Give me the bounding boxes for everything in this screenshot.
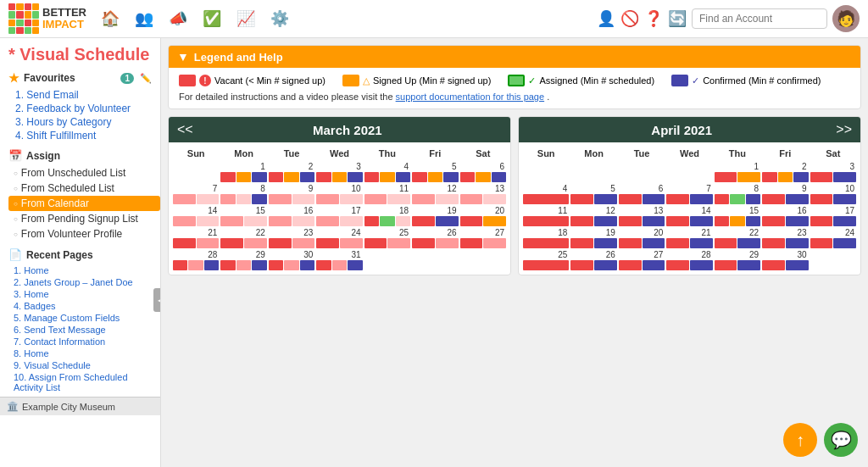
- list-item[interactable]: 2. Janets Group – Janet Doe: [8, 276, 160, 288]
- assign-item-volunteer-profile[interactable]: ○ From Volunteer Profile: [8, 226, 160, 242]
- table-row[interactable]: 29: [714, 249, 761, 271]
- table-row[interactable]: 12: [411, 183, 459, 205]
- table-row[interactable]: 25: [364, 227, 411, 249]
- table-row[interactable]: 16: [761, 205, 809, 227]
- table-row[interactable]: 6: [459, 161, 507, 183]
- table-row[interactable]: 7: [172, 183, 220, 205]
- table-row[interactable]: 18: [364, 205, 411, 227]
- table-row[interactable]: 8: [714, 183, 761, 205]
- table-row[interactable]: 17: [810, 205, 857, 227]
- list-item[interactable]: 10. Assign From Scheduled Activity List: [8, 371, 160, 393]
- list-item[interactable]: 7. Contact Information: [8, 336, 160, 347]
- table-row[interactable]: 15: [714, 205, 761, 227]
- table-row[interactable]: 21: [665, 227, 713, 249]
- table-row[interactable]: 26: [570, 249, 617, 271]
- home-nav-icon[interactable]: 🏠: [97, 5, 124, 32]
- assign-item-pending[interactable]: ○ From Pending Signup List: [8, 211, 160, 226]
- table-row[interactable]: 17: [315, 205, 363, 227]
- table-row[interactable]: 27: [618, 249, 665, 271]
- table-row[interactable]: 11: [364, 183, 411, 205]
- table-row[interactable]: 5: [570, 183, 617, 205]
- chat-button[interactable]: 💬: [824, 423, 858, 457]
- list-item[interactable]: 6. Send Text Message: [8, 324, 160, 336]
- weekday-header: Sun: [522, 146, 570, 161]
- table-row[interactable]: 28: [665, 249, 713, 271]
- people-nav-icon[interactable]: 👥: [131, 5, 158, 32]
- block-icon[interactable]: 🚫: [620, 9, 639, 28]
- table-row[interactable]: 18: [522, 227, 570, 249]
- table-row[interactable]: 20: [459, 205, 507, 227]
- table-row[interactable]: 24: [315, 227, 363, 249]
- table-row[interactable]: 23: [761, 227, 809, 249]
- table-row[interactable]: 27: [459, 227, 507, 249]
- table-row[interactable]: 26: [411, 227, 459, 249]
- edit-icon[interactable]: ✏️: [140, 73, 152, 84]
- list-item[interactable]: 1. Home: [8, 264, 160, 276]
- table-row[interactable]: 3: [810, 161, 857, 183]
- list-item[interactable]: 1. Send Email: [15, 88, 160, 102]
- table-row[interactable]: 14: [172, 205, 220, 227]
- sidebar-collapse-button[interactable]: ◀: [153, 288, 161, 312]
- table-row[interactable]: 3: [315, 161, 363, 183]
- table-row[interactable]: 9: [761, 183, 809, 205]
- table-row[interactable]: 10: [810, 183, 857, 205]
- assign-item-scheduled[interactable]: ○ From Scheduled List: [8, 181, 160, 196]
- legend-link[interactable]: support documentation for this page: [396, 92, 545, 102]
- table-row[interactable]: 28: [172, 249, 220, 271]
- assign-item-calendar[interactable]: ○ From Calendar: [8, 196, 160, 211]
- table-row[interactable]: 10: [315, 183, 363, 205]
- table-row[interactable]: 4: [522, 183, 570, 205]
- table-row[interactable]: 16: [268, 205, 315, 227]
- table-row[interactable]: 22: [714, 227, 761, 249]
- table-row[interactable]: 13: [459, 183, 507, 205]
- table-row[interactable]: 20: [618, 227, 665, 249]
- table-row[interactable]: 4: [364, 161, 411, 183]
- table-row[interactable]: 24: [810, 227, 857, 249]
- table-row[interactable]: 1: [714, 161, 761, 183]
- list-item[interactable]: 8. Home: [8, 347, 160, 359]
- table-row[interactable]: 23: [268, 227, 315, 249]
- table-row[interactable]: 30: [268, 249, 315, 271]
- table-row[interactable]: 11: [522, 205, 570, 227]
- table-row[interactable]: 8: [220, 183, 267, 205]
- table-row[interactable]: 5: [411, 161, 459, 183]
- cal-next-1[interactable]: >>: [836, 122, 852, 137]
- table-row[interactable]: 6: [618, 183, 665, 205]
- table-row[interactable]: 29: [220, 249, 267, 271]
- table-row[interactable]: 22: [220, 227, 267, 249]
- table-row[interactable]: 2: [761, 161, 809, 183]
- list-item[interactable]: 9. Visual Schedule: [8, 359, 160, 371]
- table-row[interactable]: 13: [618, 205, 665, 227]
- account-icon[interactable]: 👤: [597, 9, 615, 28]
- list-item[interactable]: 5. Manage Custom Fields: [8, 312, 160, 324]
- table-row[interactable]: 30: [761, 249, 809, 271]
- megaphone-nav-icon[interactable]: 📣: [164, 5, 192, 32]
- table-row[interactable]: 21: [172, 227, 220, 249]
- list-item[interactable]: 2. Feedback by Volunteer: [15, 102, 160, 115]
- chart-nav-icon[interactable]: 📈: [232, 5, 259, 32]
- legend-toggle[interactable]: ▼: [177, 50, 189, 64]
- assign-item-unscheduled[interactable]: ○ From Unscheduled List: [8, 165, 160, 181]
- gear-nav-icon[interactable]: ⚙️: [266, 5, 293, 32]
- help-icon[interactable]: ❓: [644, 9, 663, 28]
- list-item[interactable]: 4. Shift Fulfillment: [15, 129, 160, 142]
- cal-prev-0[interactable]: <<: [177, 122, 193, 137]
- table-row[interactable]: 19: [411, 205, 459, 227]
- table-row[interactable]: 9: [268, 183, 315, 205]
- table-row[interactable]: 15: [220, 205, 267, 227]
- table-row[interactable]: 1: [220, 161, 267, 183]
- calendar-nav-icon[interactable]: ✅: [198, 5, 225, 32]
- table-row[interactable]: 25: [522, 249, 570, 271]
- switch-icon[interactable]: 🔄: [668, 9, 687, 28]
- list-item[interactable]: 3. Hours by Category: [15, 115, 160, 129]
- table-row[interactable]: 2: [268, 161, 315, 183]
- table-row[interactable]: 12: [570, 205, 617, 227]
- list-item[interactable]: 4. Badges: [8, 300, 160, 312]
- scroll-up-button[interactable]: ↑: [783, 423, 817, 457]
- table-row[interactable]: 31: [315, 249, 363, 271]
- search-input[interactable]: [692, 8, 827, 29]
- list-item[interactable]: 3. Home: [8, 288, 160, 300]
- table-row[interactable]: 19: [570, 227, 617, 249]
- table-row[interactable]: 14: [665, 205, 713, 227]
- table-row[interactable]: 7: [665, 183, 713, 205]
